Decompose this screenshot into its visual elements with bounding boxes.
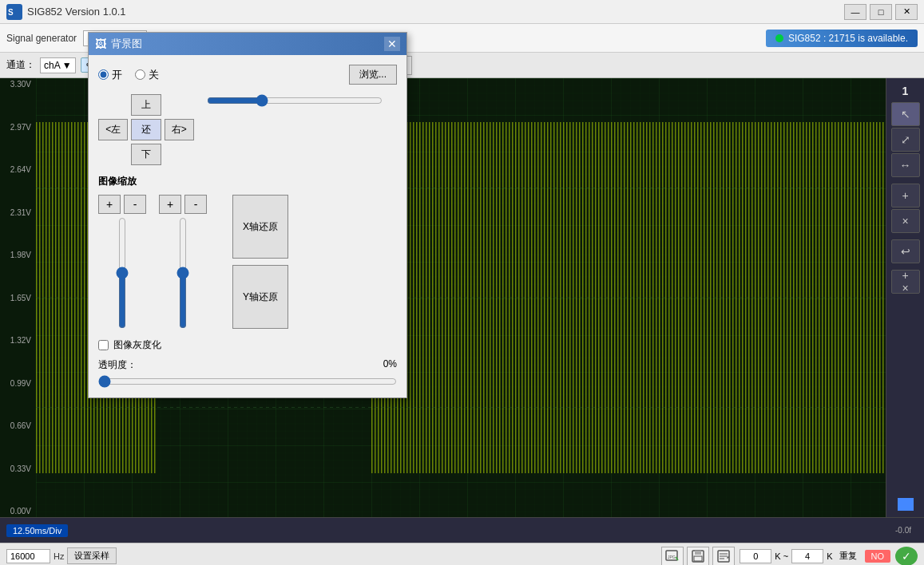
nav-grid: 上 <左 还 右> 下 [98, 94, 194, 165]
undo-button[interactable]: ↩ [891, 239, 920, 263]
status-text: SIG852 : 21715 is available. [788, 33, 908, 44]
radio-on[interactable]: 开 [98, 68, 122, 82]
k-label2: K [827, 551, 832, 561]
transparency-header: 透明度： 0% [98, 358, 397, 372]
zoom-tool-button[interactable]: ⤢ [891, 128, 920, 152]
confirm-button[interactable]: ✓ [895, 547, 918, 566]
horiz-position-slider[interactable] [207, 94, 383, 107]
repeat-section: K ~ K 重复 [740, 549, 859, 563]
x-scale-slider[interactable] [116, 217, 129, 329]
y-label-2: 2.64V [2, 165, 34, 174]
channel-label: 通道： [6, 58, 35, 72]
transparency-row: 透明度： 0% [98, 358, 397, 388]
svg-rect-16 [694, 556, 702, 561]
up-button[interactable]: 上 [131, 94, 161, 116]
dialog-title: 背景图 [111, 37, 379, 51]
transparency-value: 0% [383, 358, 397, 372]
dialog-titlebar: 🖼 背景图 ✕ [89, 33, 406, 55]
scale-controls: + - + - X轴还原 Y轴还原 [98, 195, 397, 329]
y-label-9: 0.33V [2, 464, 34, 473]
repeat-label: 重复 [839, 550, 857, 562]
svg-text:JPG: JPG [668, 555, 676, 559]
channel-dropdown-icon: ▼ [62, 60, 72, 71]
radio-off[interactable]: 关 [135, 68, 159, 82]
left-button[interactable]: <左 [98, 119, 128, 140]
transparency-text: 透明度： [98, 358, 137, 372]
y-label-7: 0.99V [2, 379, 34, 388]
nav-slider-section: 上 <左 还 右> 下 [98, 94, 397, 165]
k-label1: K ~ [775, 551, 788, 561]
y-reset-button[interactable]: Y轴还原 [232, 265, 288, 329]
setup-sample-button[interactable]: 设置采样 [67, 547, 117, 564]
transparency-slider[interactable] [98, 375, 397, 388]
y-axis-labels: 3.30V 2.97V 2.64V 2.31V 1.98V 1.65V 1.32… [0, 78, 36, 517]
no-badge: NO [865, 550, 891, 563]
sidebar-number: 1 [899, 81, 912, 101]
minimize-button[interactable]: — [844, 4, 866, 20]
grayscale-label: 图像灰度化 [113, 338, 161, 352]
frequency-section: Hz 设置采样 [6, 547, 117, 564]
radio-off-input[interactable] [135, 69, 145, 80]
radio-on-label: 开 [112, 68, 122, 82]
time-div-badge: 12.50ms/Div [6, 524, 68, 537]
freq-unit: Hz [54, 551, 64, 561]
bottom-control-bar: Hz 设置采样 JPG K ~ K 重复 NO ✓ [0, 543, 924, 565]
action-buttons: JPG [661, 547, 735, 566]
app-title: SIG852 Version 1.0.1 [27, 6, 844, 18]
y-label-10: 0.00V [2, 507, 34, 516]
dialog-body: 开 关 浏览... 上 <左 还 右> 下 [89, 55, 406, 397]
jpg-export-button[interactable]: JPG [661, 547, 684, 566]
x-scale-plus[interactable]: + [98, 195, 121, 214]
app-logo: S [6, 4, 22, 20]
browse-button[interactable]: 浏览... [349, 65, 397, 85]
dialog-close-button[interactable]: ✕ [384, 37, 400, 51]
y-scale-minus[interactable]: - [184, 195, 207, 214]
status-badge: SIG852 : 21715 is available. [766, 30, 918, 47]
channel-value: chA [44, 60, 61, 71]
y-label-1: 2.97V [2, 123, 34, 132]
y-label-5: 1.65V [2, 294, 34, 302]
y-label-4: 1.98V [2, 251, 34, 259]
y-label-8: 0.66V [2, 421, 34, 430]
scale-label: 图像缩放 [98, 176, 137, 187]
right-sidebar: 1 ↖ ⤢ ↔ + × ↩ +× [886, 78, 924, 517]
add-button[interactable]: + [891, 184, 920, 207]
status-dot [775, 34, 783, 42]
signal-generator-label: Signal generator [6, 33, 77, 44]
title-bar: S SIG852 Version 1.0.1 — □ ✕ [0, 0, 924, 24]
y-label-3: 2.31V [2, 208, 34, 217]
x-scale-btns: + - [98, 195, 146, 214]
right-button[interactable]: 右> [165, 119, 194, 140]
svg-text:S: S [8, 8, 14, 17]
radio-on-input[interactable] [98, 69, 109, 80]
channel-select[interactable]: chA ▼ [40, 57, 76, 73]
subtract-button[interactable]: × [891, 209, 920, 233]
svg-rect-8 [371, 78, 886, 517]
y-label-0: 3.30V [2, 80, 34, 89]
window-controls: — □ ✕ [844, 4, 918, 20]
y-scale-btns: + - [159, 195, 207, 214]
scale-section: 图像缩放 + - + - [98, 175, 397, 329]
y-scale-plus[interactable]: + [159, 195, 181, 214]
svg-rect-15 [695, 551, 701, 555]
close-button[interactable]: ✕ [895, 4, 918, 20]
save-button[interactable] [687, 547, 709, 566]
repeat-input-k2[interactable] [791, 549, 823, 563]
grayscale-checkbox[interactable] [98, 340, 109, 350]
edit-button[interactable] [712, 547, 735, 566]
restore-button[interactable]: 还 [131, 119, 161, 140]
radio-off-label: 关 [149, 68, 159, 82]
frequency-input[interactable] [6, 549, 50, 563]
cursor-tool-button[interactable]: ↖ [891, 102, 920, 126]
x-scale-col: + - [98, 195, 146, 329]
x-scale-minus[interactable]: - [124, 195, 146, 214]
expand-h-button[interactable]: ↔ [891, 153, 920, 177]
down-button[interactable]: 下 [131, 144, 161, 165]
maximize-button[interactable]: □ [870, 4, 892, 20]
x-reset-button[interactable]: X轴还原 [232, 195, 288, 259]
bottom-toolbar: 12.50ms/Div -0.0f [0, 517, 924, 543]
background-dialog: 🖼 背景图 ✕ 开 关 浏览... 上 <左 还 右> [88, 32, 407, 398]
plus-minus-button[interactable]: +× [891, 270, 920, 294]
y-scale-slider[interactable] [176, 217, 189, 329]
repeat-input-k1[interactable] [740, 549, 771, 563]
